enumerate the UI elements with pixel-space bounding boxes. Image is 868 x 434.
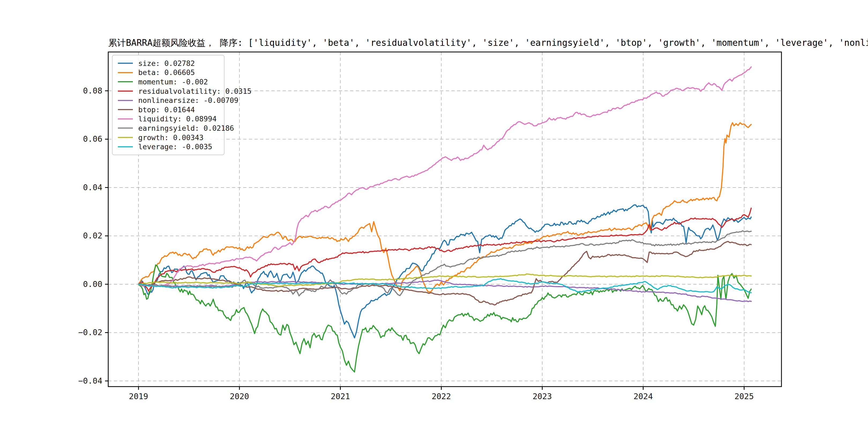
legend-label-nonlinearsize: nonlinearsize: -0.00709 (138, 96, 239, 104)
series-line-size (138, 205, 751, 338)
x-tick-label: 2020 (230, 392, 249, 401)
legend-line-sample-beta (118, 72, 133, 73)
legend-line-sample-btop (118, 109, 133, 110)
y-tick-label: 0.08 (83, 86, 102, 95)
legend-item-leverage: leverage: -0.0035 (118, 142, 220, 151)
series-line-growth (138, 274, 751, 286)
legend-label-btop: btop: 0.01644 (138, 105, 195, 114)
legend-item-size: size: 0.02782 (118, 59, 220, 68)
y-tick-label: −0.04 (78, 376, 102, 385)
y-tick-label: 0.04 (83, 183, 102, 192)
legend-label-size: size: 0.02782 (138, 59, 195, 67)
y-tick-label: 0.06 (83, 134, 102, 144)
legend-label-liquidity: liquidity: 0.08994 (138, 115, 217, 123)
chart-title: 累计BARRA超额风险收益， 降序: ['liquidity', 'beta',… (108, 37, 781, 49)
y-tick-label: −0.02 (78, 328, 102, 337)
legend-line-sample-growth (118, 137, 133, 138)
legend-label-earningsyield: earningsyield: 0.02186 (138, 124, 234, 132)
legend-line-sample-nonlinearsize (118, 100, 133, 101)
x-tick-label: 2023 (533, 392, 552, 401)
legend-label-residualvolatility: residualvolatility: 0.0315 (138, 87, 252, 95)
legend-line-sample-size (118, 63, 133, 64)
figure: 20192020202120222023202420250.080.060.04… (0, 0, 868, 434)
legend-label-growth: growth: 0.00343 (138, 133, 204, 142)
y-tick-label: 0.02 (83, 231, 102, 240)
legend-label-beta: beta: 0.06605 (138, 68, 195, 76)
series-line-btop (138, 241, 751, 305)
legend-item-residualvolatility: residualvolatility: 0.0315 (118, 87, 220, 96)
legend-line-sample-residualvolatility (118, 91, 133, 92)
legend-item-nonlinearsize: nonlinearsize: -0.00709 (118, 96, 220, 105)
x-tick-label: 2025 (734, 392, 754, 401)
legend-line-sample-liquidity (118, 118, 133, 120)
legend-line-sample-leverage (118, 146, 133, 147)
legend-item-btop: btop: 0.01644 (118, 105, 220, 114)
legend-item-growth: growth: 0.00343 (118, 133, 220, 142)
legend-item-liquidity: liquidity: 0.08994 (118, 114, 220, 124)
x-tick-label: 2021 (331, 392, 350, 401)
series-line-residualvolatility (138, 208, 751, 291)
legend: size: 0.02782beta: 0.06605momentum: -0.0… (112, 55, 224, 155)
legend-item-momentum: momentum: -0.002 (118, 77, 220, 87)
x-tick-label: 2024 (633, 392, 653, 401)
y-tick-label: 0.00 (83, 279, 102, 289)
legend-label-momentum: momentum: -0.002 (138, 78, 208, 86)
x-tick-label: 2019 (129, 392, 148, 401)
legend-item-beta: beta: 0.06605 (118, 68, 220, 78)
legend-item-earningsyield: earningsyield: 0.02186 (118, 124, 220, 133)
legend-label-leverage: leverage: -0.0035 (138, 143, 212, 151)
x-tick-label: 2022 (432, 392, 451, 401)
legend-line-sample-momentum (118, 81, 133, 82)
legend-line-sample-earningsyield (118, 127, 133, 129)
